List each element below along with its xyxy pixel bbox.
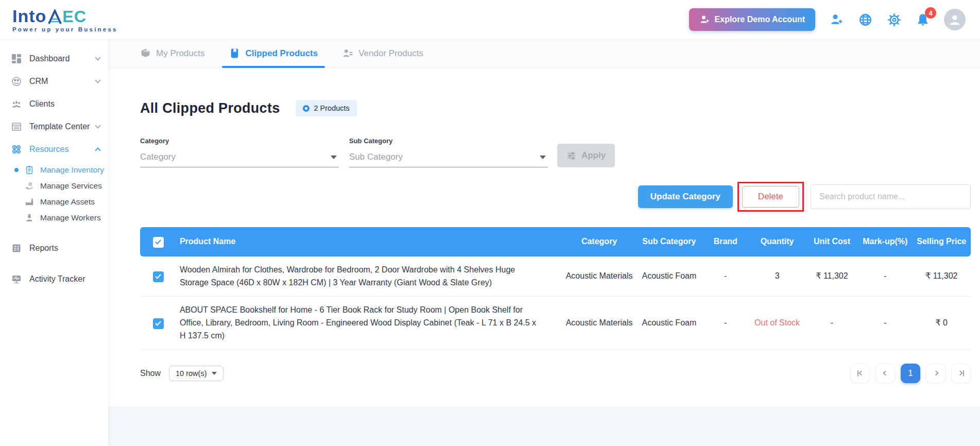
logo-text-secondary: EC [62, 8, 86, 25]
selling-price-cell: ₹ 0 [912, 297, 971, 350]
sidebar-item-label: Manage Inventory [40, 165, 104, 175]
rows-per-page-select[interactable]: 10 row(s) [169, 366, 223, 381]
row-checkbox[interactable] [153, 318, 164, 329]
sidebar-item-label: Manage Assets [40, 197, 95, 207]
notifications-button[interactable]: 4 [915, 12, 931, 27]
manage-workers-icon [25, 213, 34, 222]
caret-down-icon [540, 156, 546, 159]
clients-icon [11, 99, 22, 109]
category-cell: Acoustic Materials [563, 297, 636, 350]
sidebar-item-crm[interactable]: CRM [0, 70, 108, 93]
chevron-down-icon [95, 123, 100, 128]
apply-button[interactable]: Apply [557, 144, 615, 167]
resources-icon [11, 144, 22, 155]
search-input[interactable] [811, 184, 971, 209]
language-button[interactable] [857, 12, 873, 27]
vendor-products-icon [342, 48, 353, 59]
user-avatar[interactable] [944, 9, 966, 30]
tab-my-products[interactable]: My Products [140, 39, 204, 67]
subcategory-select[interactable]: Sub Category [349, 149, 548, 167]
column-header-unit-cost: Unit Cost [806, 227, 858, 256]
sidebar-item-dashboard[interactable]: Dashboard [0, 47, 108, 70]
chevron-right-icon [933, 371, 938, 376]
sidebar-item-manage-workers[interactable]: Manage Workers [0, 210, 108, 226]
add-user-button[interactable] [829, 12, 844, 27]
app-logo: Into EC Power up your Business [12, 7, 118, 32]
notification-count-badge: 4 [925, 7, 936, 19]
show-label: Show [140, 369, 161, 378]
last-page-icon [963, 370, 964, 376]
sidebar-item-activity-tracker[interactable]: Activity Tracker [0, 268, 108, 290]
table-row[interactable]: Wooden Almirah for Clothes, Wardrobe for… [140, 256, 971, 297]
sidebar-item-manage-services[interactable]: Manage Services [0, 178, 108, 194]
tab-label: My Products [156, 48, 204, 59]
sidebar-item-label: Dashboard [29, 54, 96, 63]
explore-demo-account-button[interactable]: Explore Demo Account [689, 8, 815, 31]
sidebar-item-template-center[interactable]: Template Center [0, 115, 108, 138]
tab-label: Vendor Products [358, 48, 423, 59]
sidebar-item-manage-assets[interactable]: Manage Assets [0, 194, 108, 210]
sub-category-cell: Acoustic Foam [636, 256, 703, 297]
check-icon [156, 273, 162, 279]
quantity-cell: Out of Stock [748, 297, 805, 350]
content-panel: All Clipped Products 2 Products Category… [108, 68, 980, 406]
column-header-product-name: Product Name [177, 227, 563, 256]
page-title: All Clipped Products [140, 100, 280, 116]
person-add-icon [830, 13, 843, 26]
table-header-row: Product Name Category Sub Category Brand… [140, 227, 971, 256]
update-category-button[interactable]: Update Category [638, 185, 733, 208]
template-center-icon [11, 122, 22, 132]
chevron-down-icon [95, 55, 100, 60]
crm-icon [11, 76, 22, 87]
delete-button[interactable]: Delete [742, 186, 799, 208]
pagination-next-button[interactable] [926, 364, 945, 383]
filter-bar: Category Category Sub Category Sub Categ… [140, 137, 971, 167]
chevron-left-icon [858, 371, 864, 376]
pagination-last-button[interactable] [951, 364, 971, 383]
category-select[interactable]: Category [140, 149, 339, 167]
rows-per-page-value: 10 row(s) [176, 369, 207, 378]
caret-down-icon [212, 372, 217, 375]
manage-inventory-icon [25, 165, 34, 175]
ring-icon [303, 105, 310, 112]
select-all-checkbox[interactable] [153, 237, 164, 248]
sliders-icon [566, 151, 576, 161]
logo-tagline: Power up your Business [12, 26, 118, 32]
row-checkbox[interactable] [153, 271, 164, 282]
tab-label: Clipped Products [245, 48, 318, 59]
sidebar-item-label: Activity Tracker [29, 275, 100, 284]
sidebar-item-clients[interactable]: Clients [0, 93, 108, 115]
sidebar-item-resources[interactable]: Resources [0, 138, 108, 161]
apply-label: Apply [581, 150, 606, 161]
main-area: My Products Clipped Products Vendor Prod… [108, 39, 980, 446]
sidebar-item-label: Manage Services [40, 181, 102, 191]
table-actions: Update Category Delete [140, 182, 971, 212]
unit-cost-cell: - [806, 297, 858, 350]
pagination-page-1-button[interactable]: 1 [901, 364, 920, 383]
tab-vendor-products[interactable]: Vendor Products [342, 39, 423, 67]
manage-assets-icon [25, 197, 34, 207]
markup-cell: - [858, 297, 912, 350]
pagination: 1 [850, 364, 971, 383]
logo-text-primary: Into [12, 7, 46, 25]
settings-button[interactable] [886, 12, 902, 27]
sidebar-item-label: Clients [29, 99, 100, 109]
chevron-down-icon [95, 77, 100, 83]
pagination-first-button[interactable] [850, 364, 870, 383]
first-page-icon [857, 370, 858, 376]
table-footer: Show 10 row(s) 1 [140, 364, 971, 383]
sidebar-item-manage-inventory[interactable]: Manage Inventory [0, 162, 108, 178]
pagination-prev-button[interactable] [875, 364, 895, 383]
sidebar-item-label: CRM [29, 77, 96, 86]
markup-cell: - [858, 256, 912, 297]
column-header-selling-price: Selling Price [912, 227, 971, 256]
column-header-category: Category [563, 227, 636, 256]
clipped-products-icon [229, 48, 240, 59]
tab-clipped-products[interactable]: Clipped Products [229, 39, 318, 67]
table-row[interactable]: ABOUT SPACE Bookshelf for Home - 6 Tier … [140, 297, 971, 350]
sidebar-item-reports[interactable]: Reports [0, 237, 108, 260]
activity-tracker-icon [11, 274, 22, 284]
delete-highlight-annotation: Delete [737, 182, 804, 212]
selling-price-cell: ₹ 11,302 [912, 256, 971, 297]
sidebar-item-label: Reports [29, 244, 100, 253]
